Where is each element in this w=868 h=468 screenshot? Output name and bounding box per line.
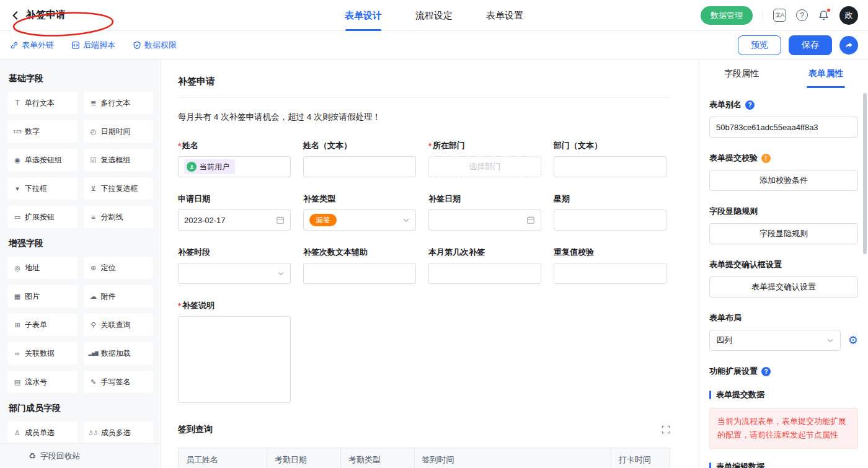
attachment-icon: ☁ <box>89 293 99 301</box>
date-input[interactable]: 2023-02-17 <box>178 210 291 231</box>
language-icon[interactable]: 文A <box>773 9 786 22</box>
submit-confirm-button[interactable]: 表单提交确认设置 <box>709 276 858 298</box>
field-resign-count-helper[interactable]: 补签次数文本辅助 <box>303 247 416 284</box>
field-item-dropdown[interactable]: ▾下拉框 <box>7 177 78 200</box>
text-input[interactable] <box>428 263 541 284</box>
notification-bell-icon[interactable] <box>818 9 830 21</box>
textarea-input[interactable] <box>178 316 291 403</box>
field-item-extend-button[interactable]: ▭扩展按钮 <box>7 206 78 228</box>
subform-icon: ⊞ <box>12 321 22 329</box>
member-single-icon: ♙ <box>12 429 22 437</box>
field-department[interactable]: 所在部门 选择部门 <box>428 140 541 177</box>
text-input[interactable] <box>303 263 416 284</box>
tab-form-setting[interactable]: 表单设置 <box>486 0 523 31</box>
data-manage-button[interactable]: 数据管理 <box>701 6 753 25</box>
field-resign-note[interactable]: 补签说明 <box>178 300 670 403</box>
field-recycle-bin[interactable]: ♻ 字段回收站 <box>0 443 161 468</box>
field-label: 补签时段 <box>178 247 291 258</box>
field-resign-date[interactable]: 补签日期 <box>428 193 541 231</box>
save-button[interactable]: 保存 <box>789 35 832 55</box>
field-item-member-single[interactable]: ♙成员单选 <box>7 422 78 444</box>
field-item-signature[interactable]: ✎手写签名 <box>84 371 154 393</box>
text-input[interactable] <box>554 263 666 284</box>
datetime-icon: ◴ <box>89 128 99 136</box>
form-grid: 姓名 当前用户 姓名（文本） 所在部门 选择部门 <box>178 140 670 284</box>
field-department-text[interactable]: 部门（文本） <box>554 140 666 177</box>
header-tabs: 表单设计 流程设定 表单设置 <box>345 0 523 31</box>
vertical-scrollbar[interactable] <box>863 93 867 254</box>
field-apply-date[interactable]: 申请日期 2023-02-17 <box>178 193 291 231</box>
field-item-address[interactable]: ◎地址 <box>7 257 78 279</box>
field-duplicate-check[interactable]: 重复值校验 <box>554 247 666 284</box>
form-design-canvas: 补签申请 每月共有 4 次补签申请机会，超过 4 次则按请假处理！ 姓名 当前用… <box>161 60 699 468</box>
field-item-subform[interactable]: ⊞子表单 <box>7 314 78 336</box>
field-visibility-button[interactable]: 字段显隐规则 <box>709 223 858 244</box>
tab-form-props[interactable]: 表单属性 <box>784 60 868 88</box>
data-permission-button[interactable]: 数据权限 <box>133 40 177 51</box>
signature-icon: ✎ <box>89 378 99 386</box>
back-button[interactable] <box>10 10 21 21</box>
field-name-text[interactable]: 姓名（文本） <box>303 140 416 177</box>
field-item-related-data[interactable]: ∞关联数据 <box>7 342 78 364</box>
field-resign-period[interactable]: 补签时段 <box>178 247 291 284</box>
field-item-attachment[interactable]: ☁附件 <box>84 285 154 307</box>
layout-select[interactable]: 四列 <box>709 330 841 351</box>
field-item-related-query[interactable]: ⚲关联查询 <box>84 314 154 336</box>
field-item-number[interactable]: 123数字 <box>7 120 78 143</box>
extend-button-icon: ▭ <box>12 213 22 221</box>
date-input[interactable] <box>428 210 541 231</box>
help-circle-icon[interactable]: ? <box>761 367 771 376</box>
field-item-image[interactable]: ▦图片 <box>7 285 78 307</box>
text-input[interactable] <box>554 210 666 231</box>
field-item-radio-group[interactable]: ◉单选按钮组 <box>7 149 78 171</box>
form-alias-input[interactable] <box>709 117 858 138</box>
field-item-member-multi[interactable]: ♙♙成员多选 <box>84 422 154 444</box>
field-resign-count-month[interactable]: 本月第几次补签 <box>428 247 541 284</box>
text-input[interactable] <box>554 156 666 177</box>
share-button[interactable] <box>839 36 858 55</box>
add-validation-button[interactable]: 添加校验条件 <box>709 170 858 191</box>
user-avatar[interactable]: 政 <box>839 6 858 25</box>
field-item-multi-dropdown[interactable]: ⊻下拉复选框 <box>84 177 154 200</box>
flow-form-warning: 当前为流程表单，表单提交功能扩展的配置，请前往流程发起节点属性 <box>709 408 858 449</box>
field-item-location[interactable]: ⊕定位 <box>84 257 154 279</box>
field-item-serial-number[interactable]: ▤流水号 <box>7 371 78 393</box>
select-input[interactable] <box>178 263 291 284</box>
fullscreen-expand-icon[interactable] <box>662 425 670 434</box>
field-item-data-load[interactable]: ▂▅▇数据加载 <box>84 342 154 364</box>
text-input[interactable] <box>303 156 416 177</box>
help-icon[interactable]: ? <box>796 9 808 21</box>
preview-button[interactable]: 预览 <box>738 35 781 55</box>
form-link-button[interactable]: 表单外链 <box>10 40 54 51</box>
tab-field-props[interactable]: 字段属性 <box>699 60 784 88</box>
user-avatar-icon <box>187 162 197 172</box>
field-weekday[interactable]: 星期 <box>554 193 666 231</box>
data-load-icon: ▂▅▇ <box>89 351 99 356</box>
chevron-down-icon <box>277 270 285 277</box>
form-title-divider <box>178 97 670 98</box>
field-item-datetime[interactable]: ◴日期时间 <box>84 120 154 143</box>
tab-form-design[interactable]: 表单设计 <box>345 0 382 31</box>
field-resign-type[interactable]: 补签类型 漏签 <box>303 193 416 231</box>
help-circle-icon[interactable]: ? <box>745 100 755 110</box>
current-user-control[interactable]: 当前用户 <box>178 156 291 177</box>
table-header-row: 员工姓名 考勤日期 考勤类型 签到时间 打卡时间 <box>179 448 670 468</box>
table-header-cell: 员工姓名 <box>179 448 267 468</box>
department-picker[interactable]: 选择部门 <box>428 156 541 177</box>
single-text-icon: T <box>12 99 22 107</box>
select-input[interactable]: 漏签 <box>303 210 416 231</box>
multi-text-icon: ≣ <box>89 99 99 107</box>
tab-flow-setting[interactable]: 流程设定 <box>415 0 453 31</box>
field-item-checkbox-group[interactable]: ☑复选框组 <box>84 149 154 171</box>
warning-circle-icon[interactable]: ! <box>761 154 771 163</box>
field-name[interactable]: 姓名 当前用户 <box>178 140 291 177</box>
field-item-multi-text[interactable]: ≣多行文本 <box>84 92 154 114</box>
layout-gear-icon[interactable]: ⚙ <box>848 335 858 346</box>
shield-icon <box>133 41 141 50</box>
location-icon: ⊕ <box>89 264 99 272</box>
backend-script-button[interactable]: 后端脚本 <box>71 40 115 51</box>
property-tabs: 字段属性 表单属性 <box>699 60 868 88</box>
field-item-single-text[interactable]: T单行文本 <box>7 92 78 114</box>
field-label: 补签说明 <box>178 300 670 311</box>
field-item-divider[interactable]: ≡分割线 <box>84 206 154 228</box>
